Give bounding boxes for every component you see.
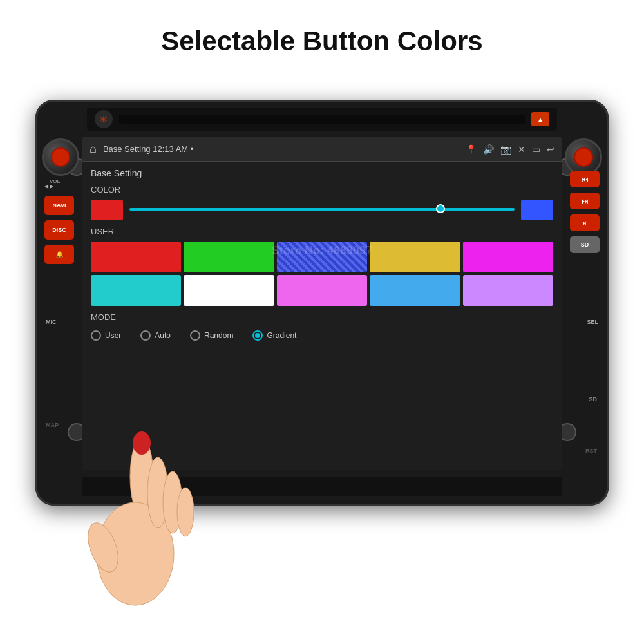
color-swatch-right[interactable]	[521, 200, 553, 220]
right-buttons: ⏮ ⏭ ⏯ SD	[570, 171, 600, 253]
mode-section: MODE User Auto Random	[91, 312, 553, 341]
user-section: USER	[91, 227, 553, 306]
radio-circle-user	[91, 330, 101, 341]
status-title: Base Setting 12:13 AM •	[103, 144, 459, 154]
home-button[interactable]: 🔔	[44, 245, 74, 264]
device-bottom-bar	[82, 477, 562, 496]
color-swatch-left[interactable]	[91, 200, 123, 220]
left-buttons: ◀ ▶ NAVI DISC 🔔	[44, 184, 74, 264]
content-area: Store No: 4689097 Base Setting COLOR	[82, 162, 562, 347]
navi-button[interactable]: NAVI	[44, 196, 74, 215]
device-top-bar: ❄ ▲	[87, 108, 557, 131]
base-setting-heading: Base Setting	[91, 168, 553, 178]
color-row	[91, 200, 553, 220]
svg-point-2	[82, 519, 124, 576]
color-cell-magenta[interactable]	[463, 242, 553, 272]
back-icon: ◀ ▶	[44, 184, 74, 189]
slider-thumb	[436, 204, 445, 213]
volume-knob[interactable]	[42, 138, 79, 176]
user-label: USER	[91, 227, 553, 236]
radio-label-user: User	[105, 331, 121, 340]
sd-label: SD	[589, 396, 597, 402]
sd-button[interactable]: SD	[570, 236, 600, 253]
screen: ⌂ Base Setting 12:13 AM • 📍 🔊 📷 ✕ ▭ ↩ St…	[82, 137, 562, 470]
cd-slot	[119, 115, 525, 124]
knob-inner-right	[574, 147, 593, 167]
radio-group: User Auto Random	[91, 327, 553, 341]
radio-gradient[interactable]: Gradient	[252, 330, 296, 341]
color-section: COLOR	[91, 185, 553, 220]
svg-point-1	[97, 502, 174, 605]
color-cell-red[interactable]	[91, 242, 181, 272]
color-cell-pink[interactable]	[277, 275, 367, 306]
mic-label: MIC	[46, 319, 57, 325]
home-icon[interactable]: ⌂	[90, 142, 97, 156]
sel-label: SEL	[587, 319, 598, 325]
radio-circle-auto	[140, 330, 151, 341]
eject-button[interactable]: ▲	[531, 112, 549, 126]
radio-user[interactable]: User	[91, 330, 121, 341]
color-slider[interactable]	[129, 208, 515, 212]
color-label: COLOR	[91, 185, 553, 194]
color-cell-yellow[interactable]	[370, 242, 460, 272]
color-cell-white[interactable]	[184, 275, 274, 306]
color-cell-blue-pattern[interactable]	[277, 242, 367, 272]
color-cell-light-blue[interactable]	[370, 275, 460, 306]
device-shell: ❄ ▲ VOL TUNE ◀ ▶ NAVI DISC 🔔 MIC SEL MAP…	[35, 100, 609, 506]
location-icon: 📍	[466, 144, 477, 155]
back-nav-icon[interactable]: ↩	[547, 144, 554, 155]
status-icons: 📍 🔊 📷 ✕ ▭ ↩	[466, 144, 554, 155]
radio-label-auto: Auto	[155, 331, 171, 340]
radio-random[interactable]: Random	[190, 330, 233, 341]
radio-label-gradient: Gradient	[267, 331, 296, 340]
close-icon: ✕	[518, 144, 526, 155]
window-icon: ▭	[532, 144, 540, 155]
map-label: MAP	[46, 422, 59, 428]
disc-button[interactable]: DISC	[44, 220, 74, 240]
knob-inner	[51, 147, 70, 167]
top-bar-left: ❄	[95, 110, 113, 128]
color-cell-green[interactable]	[184, 242, 274, 272]
play-pause-button[interactable]: ⏯	[570, 214, 600, 231]
color-cell-violet[interactable]	[463, 275, 553, 306]
screenshot-icon: 📷	[500, 144, 511, 155]
status-bar: ⌂ Base Setting 12:13 AM • 📍 🔊 📷 ✕ ▭ ↩	[82, 137, 562, 162]
rst-label: RST	[585, 448, 597, 454]
snowflake-button[interactable]: ❄	[95, 110, 113, 128]
color-grid	[91, 242, 553, 306]
slider-track	[129, 208, 515, 211]
radio-auto[interactable]: Auto	[140, 330, 171, 341]
next-track-button[interactable]: ⏭	[570, 193, 600, 209]
radio-dot-gradient	[255, 333, 260, 338]
radio-circle-random	[190, 330, 200, 341]
radio-circle-gradient	[252, 330, 263, 341]
prev-track-button[interactable]: ⏮	[570, 171, 600, 187]
color-cell-cyan[interactable]	[91, 275, 181, 306]
radio-label-random: Random	[204, 331, 233, 340]
volume-icon: 🔊	[483, 144, 494, 155]
mode-label: MODE	[91, 312, 553, 322]
page-title: Selectable Button Colors	[0, 0, 644, 76]
